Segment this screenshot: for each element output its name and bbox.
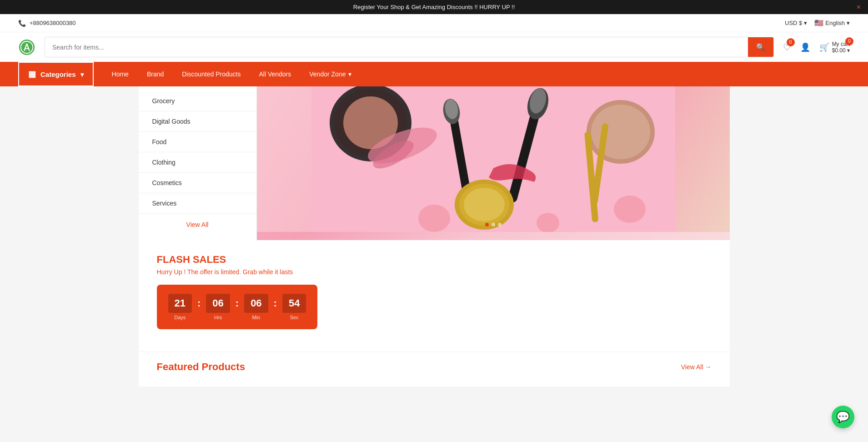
wishlist-button[interactable]: 0 — [783, 42, 791, 53]
logo-icon — [18, 39, 35, 56]
nav-brand[interactable]: Brand — [138, 63, 173, 85]
hrs-value: 06 — [206, 294, 230, 313]
featured-products-title: Featured Products — [157, 361, 245, 373]
svg-point-21 — [418, 205, 450, 232]
categories-button[interactable]: Categories — [18, 62, 94, 86]
announcement-bar: Register Your Shop & Get Amazing Discoun… — [0, 0, 868, 14]
nav-all-vendors[interactable]: All Vendors — [250, 63, 300, 85]
header: 🔍 0 0 My cart $0.00 ▾ — [0, 32, 868, 62]
dots-indicator — [485, 223, 502, 226]
sidebar-item-grocery[interactable]: Grocery — [139, 91, 256, 111]
cart-price: $0.00 ▾ — [832, 47, 850, 54]
progress-bar-fill — [157, 336, 323, 338]
main-content: Grocery Digital Goods Food Clothing Cosm… — [139, 86, 730, 240]
hrs-label: Hrs — [206, 315, 230, 320]
nav-discounted-products[interactable]: Discounted Products — [173, 63, 250, 85]
sidebar-item-clothing[interactable]: Clothing — [139, 152, 256, 173]
dot-1[interactable] — [485, 223, 489, 226]
svg-point-23 — [537, 213, 559, 232]
sec-value: 54 — [282, 294, 306, 313]
countdown-sec: 54 Sec — [282, 294, 306, 320]
cart-button[interactable]: 0 My cart $0.00 ▾ — [819, 41, 850, 54]
language-selector[interactable]: 🇺🇸 English ▾ — [814, 19, 850, 27]
countdown-min: 06 Min — [244, 294, 268, 320]
sidebar-item-cosmetics[interactable]: Cosmetics — [139, 173, 256, 193]
grid-icon — [28, 69, 36, 79]
search-button[interactable]: 🔍 — [748, 37, 773, 57]
sec-label: Sec — [282, 315, 306, 320]
min-value: 06 — [244, 294, 268, 313]
days-value: 21 — [168, 294, 192, 313]
cart-icon — [819, 42, 829, 52]
wishlist-badge: 0 — [787, 38, 795, 46]
navbar: Categories Home Brand Discounted Product… — [0, 62, 868, 86]
featured-view-all[interactable]: View All → — [681, 363, 712, 371]
separator-1: : — [197, 297, 201, 316]
language-label: English — [825, 20, 845, 26]
categories-label: Categories — [40, 70, 76, 78]
sidebar-item-digital-goods[interactable]: Digital Goods — [139, 111, 256, 132]
featured-section: Featured Products View All → — [139, 352, 730, 387]
sidebar: Grocery Digital Goods Food Clothing Cosm… — [139, 86, 257, 240]
currency-label: USD $ — [785, 20, 802, 26]
logo[interactable] — [18, 39, 35, 56]
days-label: Days — [168, 315, 192, 320]
cart-badge: 0 — [845, 37, 853, 45]
currency-selector[interactable]: USD $ ▾ — [785, 20, 807, 26]
hero-banner — [257, 86, 730, 240]
svg-point-22 — [614, 196, 646, 223]
lang-currency-group: USD $ ▾ 🇺🇸 English ▾ — [785, 19, 850, 27]
dot-3[interactable] — [498, 223, 502, 226]
svg-point-0 — [19, 39, 35, 55]
sidebar-view-all[interactable]: View All — [139, 214, 256, 236]
account-button[interactable] — [800, 42, 810, 52]
nav-vendor-zone[interactable]: Vendor Zone ▾ — [300, 63, 361, 85]
flash-sales-section: FLASH SALES Hurry Up ! The offer is limi… — [139, 240, 730, 352]
nav-links: Home Brand Discounted Products All Vendo… — [103, 63, 361, 85]
search-icon: 🔍 — [756, 43, 765, 51]
user-icon — [800, 42, 810, 52]
flash-sales-title: FLASH SALES — [157, 254, 712, 266]
utility-bar: +8809638000380 USD $ ▾ 🇺🇸 English ▾ — [0, 14, 868, 32]
dot-2[interactable] — [492, 223, 495, 226]
utility-right: USD $ ▾ 🇺🇸 English ▾ — [785, 19, 850, 27]
min-label: Min — [244, 315, 268, 320]
arrow-right-icon: → — [705, 363, 712, 371]
announcement-close-button[interactable]: × — [857, 3, 861, 11]
flash-sales-subtitle: Hurry Up ! The offer is limited. Grab wh… — [157, 268, 712, 276]
countdown-hrs: 06 Hrs — [206, 294, 230, 320]
language-arrow: ▾ — [847, 20, 850, 26]
sidebar-item-food[interactable]: Food — [139, 132, 256, 152]
nav-home[interactable]: Home — [103, 63, 138, 85]
separator-2: : — [236, 297, 239, 316]
categories-chevron-icon — [80, 70, 84, 78]
separator-3: : — [274, 297, 277, 316]
announcement-text: Register Your Shop & Get Amazing Discoun… — [353, 4, 515, 10]
countdown-days: 21 Days — [168, 294, 192, 320]
hero-banner-inner — [257, 86, 730, 232]
sidebar-item-services[interactable]: Services — [139, 193, 256, 214]
flag-icon: 🇺🇸 — [814, 19, 823, 27]
countdown-box: 21 Days : 06 Hrs : 06 Min : 54 Sec — [157, 285, 318, 329]
header-actions: 0 0 My cart $0.00 ▾ — [783, 41, 850, 54]
phone-icon — [18, 20, 26, 27]
search-input[interactable] — [45, 38, 748, 56]
cosmetics-illustration — [257, 86, 730, 232]
search-bar: 🔍 — [45, 37, 774, 57]
currency-arrow: ▾ — [804, 20, 807, 26]
phone-number: +8809638000380 — [30, 20, 76, 26]
svg-point-16 — [464, 188, 505, 221]
phone-info: +8809638000380 — [18, 20, 76, 27]
progress-bar-container — [157, 336, 712, 338]
